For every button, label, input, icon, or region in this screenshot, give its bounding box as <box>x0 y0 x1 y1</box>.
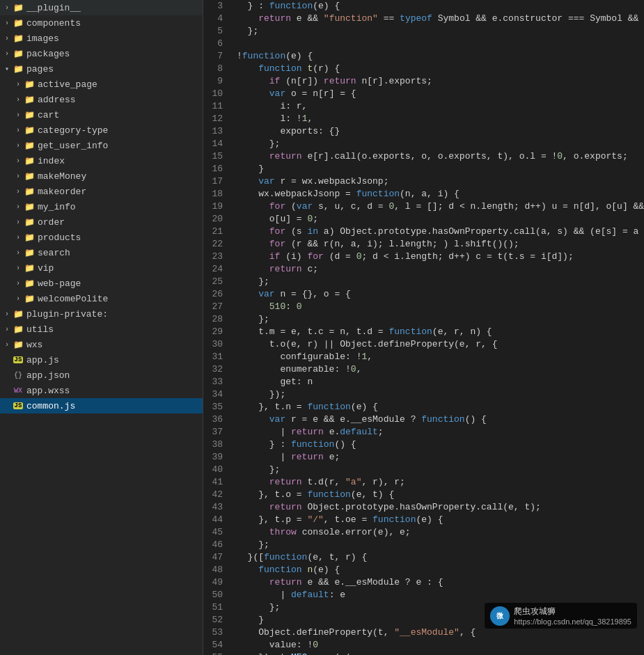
code-editor: 3 } : function(e) {4 return e && "functi… <box>203 0 644 655</box>
table-row: 19 for (var s, u, c, d = 0, l = []; d < … <box>203 200 644 213</box>
line-content: return t.d(r, "a", r), r; <box>234 476 644 489</box>
table-row: 34 }); <box>203 388 644 401</box>
line-number: 5 <box>203 25 234 38</box>
sidebar-item[interactable]: ›📁vip <box>0 260 203 276</box>
sidebar-item[interactable]: WXapp.wxss <box>0 383 203 398</box>
chevron-icon: › <box>14 203 22 211</box>
item-icon: 📁 <box>13 17 24 29</box>
watermark-url: https://blog.csdn.net/qq_38219895 <box>514 617 631 626</box>
sidebar-item[interactable]: JSapp.js <box>0 352 203 368</box>
sidebar-item[interactable]: ›📁get_user_info <box>0 138 203 153</box>
line-content: for (r && r(n, a, i); l.length; ) l.shif… <box>234 238 644 251</box>
line-number: 9 <box>203 75 234 88</box>
line-number: 46 <box>203 539 234 551</box>
table-row: 5 }; <box>203 25 644 38</box>
table-row: 3 } : function(e) { <box>203 0 644 13</box>
sidebar-item[interactable]: ›📁images <box>0 31 203 46</box>
chevron-icon: › <box>3 3 11 12</box>
item-label: packages <box>26 49 70 59</box>
table-row: 39 | return e; <box>203 451 644 464</box>
table-row: 30 t.o(e, r) || Object.defineProperty(e,… <box>203 338 644 351</box>
sidebar-item[interactable]: ›📁packages <box>0 46 203 61</box>
line-number: 51 <box>203 601 234 614</box>
line-number: 16 <box>203 163 234 175</box>
item-label: my_info <box>38 202 76 212</box>
sidebar-item[interactable]: ›📁category-type <box>0 123 203 138</box>
sidebar-item[interactable]: ›📁welcomePolite <box>0 291 203 306</box>
line-number: 11 <box>203 100 234 113</box>
line-content: var n = {}, o = { <box>234 288 644 301</box>
item-label: cart <box>38 110 59 120</box>
item-icon: {} <box>13 370 24 381</box>
table-row: 12 l: !1, <box>203 113 644 125</box>
sidebar-item[interactable]: ›📁index <box>0 153 203 168</box>
table-row: 42 }, t.o = function(e, t) { <box>203 489 644 501</box>
code-lines: 3 } : function(e) {4 return e && "functi… <box>203 0 644 655</box>
table-row: 21 for (s in a) Object.prototype.hasOwnP… <box>203 226 644 238</box>
sidebar-item[interactable]: ›📁order <box>0 214 203 230</box>
item-label: welcomePolite <box>38 294 108 304</box>
table-row: 7!function(e) { <box>203 50 644 63</box>
sidebar-item[interactable]: ›📁components <box>0 15 203 31</box>
line-number: 35 <box>203 401 234 413</box>
table-row: 41 return t.d(r, "a", r), r; <box>203 476 644 489</box>
table-row: 26 var n = {}, o = { <box>203 288 644 301</box>
sidebar-item[interactable]: ›📁cart <box>0 107 203 123</box>
chevron-icon: › <box>14 95 22 104</box>
chevron-icon: › <box>14 80 22 88</box>
line-number: 17 <box>203 175 234 188</box>
table-row: 4 return e && "function" == typeof Symbo… <box>203 13 644 25</box>
item-label: index <box>38 156 65 166</box>
chevron-icon: › <box>14 294 22 303</box>
line-number: 8 <box>203 63 234 75</box>
sidebar-item[interactable]: ›📁__plugin__ <box>0 0 203 15</box>
sidebar-item[interactable]: ›📁products <box>0 230 203 245</box>
chevron-icon: › <box>14 157 22 165</box>
sidebar-item[interactable]: ›📁my_info <box>0 199 203 214</box>
sidebar-item[interactable]: ›📁wxs <box>0 337 203 352</box>
sidebar-item[interactable]: ›📁utils <box>0 322 203 337</box>
sidebar-item[interactable]: ▾📁pages <box>0 61 203 77</box>
line-content: enumerable: !0, <box>234 363 644 376</box>
line-number: 49 <box>203 576 234 589</box>
item-icon: 📁 <box>24 109 35 120</box>
sidebar-item[interactable]: {}app.json <box>0 368 203 383</box>
table-row: 31 configurable: !1, <box>203 351 644 363</box>
line-content: t.o(e, r) || Object.defineProperty(e, r,… <box>234 338 644 351</box>
line-number: 6 <box>203 38 234 50</box>
item-label: search <box>38 248 70 258</box>
table-row: 49 return e && e.__esModule ? e : { <box>203 576 644 589</box>
chevron-icon: › <box>3 19 11 27</box>
line-content: }; <box>234 464 644 476</box>
sidebar-item[interactable]: ›📁makeMoney <box>0 168 203 184</box>
table-row: 10 var o = n[r] = { <box>203 88 644 100</box>
chevron-icon: › <box>14 111 22 119</box>
line-number: 18 <box>203 188 234 200</box>
sidebar-item[interactable]: ›📁search <box>0 245 203 260</box>
line-content: } : function(e) { <box>234 0 644 13</box>
line-content: for (var s, u, c, d = 0, l = []; d < n.l… <box>234 200 644 213</box>
line-number: 38 <box>203 439 234 451</box>
table-row: 6 <box>203 38 644 50</box>
item-icon: 📁 <box>24 232 35 243</box>
line-number: 7 <box>203 50 234 63</box>
line-content: | return e.default; <box>234 426 644 439</box>
sidebar-item[interactable]: ›📁active_page <box>0 77 203 92</box>
line-number: 24 <box>203 263 234 276</box>
item-icon: 📁 <box>13 324 24 335</box>
sidebar-item[interactable]: ›📁address <box>0 92 203 107</box>
line-number: 54 <box>203 639 234 652</box>
line-number: 14 <box>203 138 234 150</box>
line-number: 42 <box>203 489 234 501</box>
sidebar-item[interactable]: JScommon.js <box>0 398 203 413</box>
table-row: 40 }; <box>203 464 644 476</box>
item-icon: 📁 <box>24 125 35 136</box>
sidebar-item[interactable]: ›📁web-page <box>0 276 203 291</box>
item-icon: 📁 <box>24 247 35 258</box>
item-icon: 📁 <box>13 48 24 59</box>
sidebar-item[interactable]: ›📁makeorder <box>0 184 203 199</box>
table-row: 35 }, t.n = function(e) { <box>203 401 644 413</box>
table-row: 15 return e[r].call(o.exports, o, o.expo… <box>203 150 644 163</box>
sidebar-item[interactable]: ›📁plugin-private: <box>0 306 203 322</box>
line-number: 3 <box>203 0 234 13</box>
